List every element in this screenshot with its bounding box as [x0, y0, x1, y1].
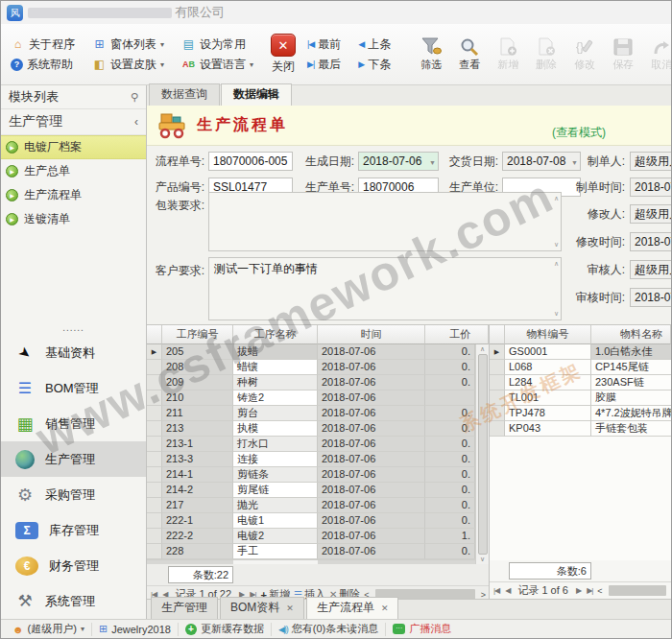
table-row[interactable]: 217 抛光 2018-07-06 0.	[147, 498, 475, 513]
table-row[interactable]: 222-2 电镀2 2018-07-06 1.	[147, 529, 475, 544]
scroll-up-icon[interactable]: ∧	[480, 345, 485, 353]
prev-record-button[interactable]: ◀ 上条	[356, 35, 393, 55]
first-record-button[interactable]: |◀ 最前	[305, 35, 343, 55]
table-row[interactable]: 222-1 电镀1 2018-07-06 0.	[147, 513, 475, 529]
close-icon: ✕	[271, 34, 296, 57]
sidebar-splitter[interactable]: ......	[1, 231, 146, 335]
close-form-button[interactable]: ✕ 关闭	[271, 34, 296, 75]
table-row[interactable]: ▶ GS0001 1.0白锆永佳	[490, 344, 671, 360]
column-header-process-code[interactable]: 工序编号	[162, 325, 233, 344]
scroll-up-icon[interactable]: ∧	[554, 195, 559, 202]
table-row[interactable]: TPJ478 4*7.2波妮特吊牌	[490, 406, 671, 421]
column-header-process-name[interactable]: 工序名称	[233, 325, 318, 344]
last-record-button[interactable]: ▶| 最后	[305, 55, 343, 75]
nav-prev-icon[interactable]: ◀	[504, 586, 511, 595]
close-tab-icon[interactable]: ✕	[381, 604, 389, 613]
tab-production-process-sheet[interactable]: 生产流程单 ✕	[306, 597, 399, 619]
table-row[interactable]: TL001 胶膜	[490, 390, 671, 406]
table-row[interactable]: 211 剪台 2018-07-06 0.	[147, 406, 475, 421]
window-list-button[interactable]: ⊞ 窗体列表 ▾	[88, 35, 168, 55]
sidebar-item[interactable]: ▶ 送镀清单	[1, 207, 146, 231]
delete-button[interactable]: 删除	[527, 36, 565, 74]
table-row[interactable]: L068 CP145尾链	[490, 360, 671, 375]
table-row[interactable]: 213-3 连接 2018-07-06 0.	[147, 452, 475, 467]
vertical-scrollbar[interactable]: ∧ ∨	[475, 344, 489, 564]
make-time-field[interactable]: 2018-07	[630, 178, 671, 197]
tab-bom-data[interactable]: BOM资料 ✕	[220, 597, 304, 619]
create-date-field[interactable]: 2018-07-06▼	[358, 152, 439, 171]
hscroll-left-icon[interactable]: <	[597, 586, 602, 596]
customer-textarea[interactable]: 测试一下订单的事情∧∨	[208, 257, 562, 320]
broadcast-button[interactable]: ··· 广播消息	[386, 622, 458, 636]
table-row[interactable]: 210 铸造2 2018-07-06	[147, 390, 475, 406]
scroll-down-icon[interactable]: ∨	[480, 556, 485, 563]
filter-button[interactable]: 筛选	[412, 36, 450, 74]
packing-label: 包装要求:	[149, 196, 204, 215]
refresh-cache-button[interactable]: + 更新缓存数据	[179, 622, 271, 636]
table-row[interactable]: 213-1 打水口 2018-07-06 0.	[147, 437, 475, 452]
hscroll-right-icon[interactable]: >	[481, 590, 486, 600]
maker-field[interactable]: 超级用户	[630, 152, 671, 171]
auditor-field[interactable]: 超级用户	[630, 260, 671, 279]
nav-first-icon[interactable]: |◀	[492, 586, 500, 595]
modify-time-field[interactable]: 2018-07	[630, 232, 671, 251]
table-row[interactable]: 214-2 剪尾链 2018-07-06 0.	[147, 483, 475, 498]
horizontal-scrollbar[interactable]	[609, 585, 666, 596]
cancel-button[interactable]: 取消	[642, 36, 672, 74]
column-header-material-code[interactable]: 物料编号	[505, 325, 591, 344]
chevron-down-icon[interactable]: ▼	[429, 156, 436, 170]
tab-data-edit[interactable]: 数据编辑	[221, 83, 292, 106]
table-row[interactable]: 209 种树 2018-07-06 0.	[147, 375, 475, 390]
system-help-button[interactable]: ? 系统帮助	[7, 55, 79, 75]
table-row[interactable]: 208 蜡镶 2018-07-06 0.	[147, 360, 475, 375]
column-header-time[interactable]: 时间	[318, 325, 425, 344]
auditor-label: 审核人:	[569, 260, 625, 279]
sidebar-item[interactable]: ▶ 电镀厂档案	[1, 135, 146, 159]
module-finance[interactable]: € 财务管理	[1, 548, 146, 583]
sidebar-group-production[interactable]: 生产管理 ‹	[1, 109, 146, 135]
module-basic-data[interactable]: ➤ 基础资料	[1, 335, 146, 370]
column-header-material-name[interactable]: 物料名称	[591, 325, 671, 344]
current-user-menu[interactable]: ☻ (超级用户) ▾	[6, 622, 91, 636]
unread-messages-button[interactable]: ◀)) 您有(0)条未读消息	[272, 622, 385, 636]
module-bom[interactable]: ☰ BOM管理	[1, 370, 146, 406]
save-button[interactable]: 保存	[604, 36, 642, 74]
set-favorite-button[interactable]: ▤ 设为常用	[178, 35, 257, 55]
scroll-up-icon[interactable]: ∧	[554, 260, 559, 268]
close-tab-icon[interactable]: ✕	[286, 604, 294, 613]
sidebar-item[interactable]: ▶ 生产流程单	[1, 183, 146, 207]
scroll-down-icon[interactable]: ∨	[554, 241, 559, 248]
about-program-button[interactable]: ⌂ 关于程序	[7, 35, 79, 55]
table-row[interactable]: KP043 手链套包装	[490, 421, 671, 437]
tab-production-management[interactable]: 生产管理	[151, 597, 218, 619]
module-inventory[interactable]: Σ 库存管理	[1, 512, 146, 548]
nav-next-icon[interactable]: ▶	[575, 586, 582, 595]
form-title: 生产流程单	[197, 115, 288, 135]
scrollbar-thumb[interactable]	[478, 354, 488, 555]
module-system[interactable]: ⚒ 系统管理	[1, 583, 146, 619]
audit-time-field[interactable]: 2018-07	[630, 288, 671, 307]
scroll-down-icon[interactable]: ∨	[554, 310, 559, 318]
table-row[interactable]: 214-1 剪链条 2018-07-06 0.	[147, 467, 475, 483]
module-purchase[interactable]: ⚙ 采购管理	[1, 477, 146, 512]
module-sales[interactable]: ▦ 销售管理	[1, 406, 146, 441]
sidebar-item[interactable]: ▶ 生产总单	[1, 159, 146, 183]
nav-last-icon[interactable]: ▶|	[586, 586, 593, 595]
add-button[interactable]: 新增	[489, 36, 527, 74]
edit-button[interactable]: {} 修改	[565, 36, 604, 74]
table-row[interactable]: 228 手工 2018-07-06 0.	[147, 544, 475, 559]
table-row[interactable]: ▶ 205 拔蜡 2018-07-06 0.	[147, 344, 475, 360]
table-row[interactable]: L284 230ASF链	[490, 375, 671, 390]
packing-textarea[interactable]: ∧∨	[208, 192, 562, 251]
next-record-button[interactable]: ▶ 下条	[356, 55, 393, 75]
set-language-button[interactable]: AB 设置语言 ▾	[178, 55, 257, 75]
process-no-field[interactable]: 18070006-005	[208, 152, 293, 171]
pin-icon[interactable]: ⚲	[131, 91, 138, 104]
module-production[interactable]: 生产管理	[1, 441, 146, 477]
modifier-field[interactable]: 超级用户	[630, 204, 671, 224]
tab-data-query[interactable]: 数据查询	[149, 83, 220, 106]
column-header-price[interactable]: 工价	[425, 325, 489, 344]
table-row[interactable]: 213 执模 2018-07-06 0.	[147, 421, 475, 437]
view-button[interactable]: 查看	[450, 36, 489, 74]
set-skin-button[interactable]: ◧ 设置皮肤 ▾	[88, 55, 168, 75]
